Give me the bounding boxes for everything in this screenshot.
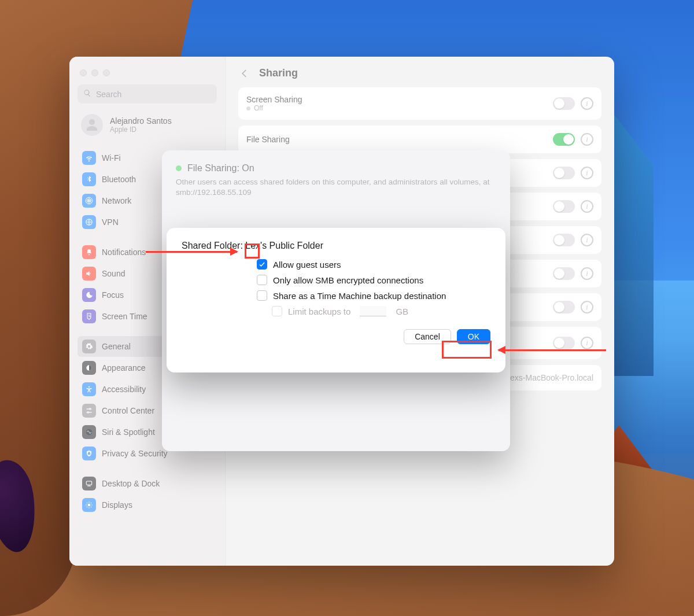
info-icon[interactable]: i xyxy=(581,267,593,280)
arrow-to-ok xyxy=(499,349,606,351)
arrow-to-checkbox xyxy=(146,251,237,253)
row-status: Off xyxy=(254,104,263,112)
sidebar-item-label: Siri & Spotlight xyxy=(102,427,155,437)
page-title: Sharing xyxy=(259,67,298,79)
zoom-dot[interactable] xyxy=(103,69,110,76)
info-icon[interactable]: i xyxy=(581,167,593,179)
sidebar-icon xyxy=(82,340,96,353)
shared-folder-dialog: Shared Folder: Lex's Public Folder Allow… xyxy=(167,228,505,372)
sidebar-icon xyxy=(82,215,96,229)
hostname-value: Lexs-MacBook-Pro.local xyxy=(505,373,593,382)
sidebar-item-label: Wi-Fi xyxy=(102,153,121,163)
svg-point-2 xyxy=(88,386,90,388)
cancel-button[interactable]: Cancel xyxy=(404,329,451,344)
option-allow-guests[interactable]: Allow guest users xyxy=(257,259,490,270)
sidebar-item-displays[interactable]: Displays xyxy=(77,495,217,515)
info-icon[interactable]: i xyxy=(581,200,593,213)
sidebar-item-label: Bluetooth xyxy=(102,175,136,184)
sidebar-icon xyxy=(82,425,96,439)
settings-row[interactable]: Screen SharingOffi xyxy=(238,87,601,120)
sidebar-item-label: Control Center xyxy=(102,406,154,415)
sidebar-icon xyxy=(82,288,96,302)
toggle[interactable] xyxy=(553,267,575,280)
info-icon[interactable]: i xyxy=(581,97,593,110)
sidebar-icon xyxy=(82,245,96,259)
sidebar-item-label: Appearance xyxy=(102,363,146,372)
svg-rect-4 xyxy=(86,481,91,485)
option-label: Only allow SMB encrypted connections xyxy=(273,275,423,285)
account-sub: Apple ID xyxy=(110,126,172,134)
sidebar-item-label: Notifications xyxy=(102,248,146,257)
option-label: Share as a Time Machine backup destinati… xyxy=(273,291,446,301)
option-smb-encrypted[interactable]: Only allow SMB encrypted connections xyxy=(257,275,490,285)
sidebar-icon xyxy=(82,361,96,375)
info-icon[interactable]: i xyxy=(581,301,593,313)
sidebar-item-label: Displays xyxy=(102,500,132,510)
option-time-machine[interactable]: Share as a Time Machine backup destinati… xyxy=(257,290,490,301)
sidebar-item-label: Desktop & Dock xyxy=(102,479,160,488)
sidebar-icon xyxy=(82,151,96,165)
sidebar-item-label: Screen Time xyxy=(102,312,147,321)
avatar xyxy=(81,114,103,136)
info-icon[interactable]: i xyxy=(581,133,593,146)
option-label-pre: Limit backups to xyxy=(288,307,350,316)
row-title: Screen Sharing xyxy=(246,95,553,104)
close-dot[interactable] xyxy=(80,69,87,76)
search-icon xyxy=(83,89,91,99)
sidebar-icon xyxy=(82,267,96,281)
sidebar-item-desktop-dock[interactable]: Desktop & Dock xyxy=(77,473,217,494)
checkbox-allow-guests[interactable] xyxy=(257,259,267,270)
sidebar-item-label: Network xyxy=(102,196,131,205)
sidebar-icon xyxy=(82,404,96,418)
file-sharing-title: File Sharing: On xyxy=(187,163,254,174)
toggle[interactable] xyxy=(553,167,575,179)
search-input[interactable]: Search xyxy=(77,84,217,104)
file-sharing-desc: Other users can access shared folders on… xyxy=(176,177,496,198)
sidebar-icon xyxy=(82,447,96,460)
info-icon[interactable]: i xyxy=(581,337,593,349)
sidebar-item-label: General xyxy=(102,342,131,351)
sidebar-icon xyxy=(82,172,96,186)
sidebar-item-label: Sound xyxy=(102,269,125,278)
sidebar-item-label: Privacy & Security xyxy=(102,449,168,458)
settings-row[interactable]: File Sharingi xyxy=(238,126,601,153)
search-placeholder: Search xyxy=(96,90,121,99)
sidebar-item-label: Focus xyxy=(102,290,124,300)
toggle[interactable] xyxy=(553,234,575,246)
status-dot-icon xyxy=(176,165,182,171)
sidebar-icon xyxy=(82,309,96,323)
option-limit-backups: Limit backups to GB xyxy=(257,306,490,316)
info-icon[interactable]: i xyxy=(581,234,593,246)
sidebar-item-label: Accessibility xyxy=(102,385,146,394)
sidebar-icon xyxy=(82,477,96,490)
svg-rect-5 xyxy=(87,486,91,486)
back-button[interactable] xyxy=(239,68,250,79)
toggle[interactable] xyxy=(553,97,575,110)
checkbox-limit xyxy=(272,306,282,316)
toggle[interactable] xyxy=(553,133,575,146)
toggle[interactable] xyxy=(553,200,575,213)
sidebar-icon xyxy=(82,194,96,208)
toggle[interactable] xyxy=(553,301,575,313)
checkbox-tm[interactable] xyxy=(257,290,267,301)
account-name: Alejandro Santos xyxy=(110,116,172,126)
ok-button[interactable]: OK xyxy=(457,329,490,344)
row-title: File Sharing xyxy=(246,135,553,144)
checkbox-smb[interactable] xyxy=(257,275,267,285)
sidebar-item-label: VPN xyxy=(102,217,119,227)
limit-input xyxy=(360,306,386,316)
check-icon xyxy=(259,261,265,268)
option-label-suf: GB xyxy=(396,307,408,316)
account-row[interactable]: Alejandro Santos Apple ID xyxy=(81,114,213,136)
sidebar-icon xyxy=(82,382,96,396)
sidebar-icon xyxy=(82,498,96,512)
dialog-title: Shared Folder: Lex's Public Folder xyxy=(182,241,490,251)
toggle[interactable] xyxy=(553,337,575,349)
window-controls xyxy=(80,69,217,76)
minimize-dot[interactable] xyxy=(91,69,98,76)
option-label: Allow guest users xyxy=(273,260,341,270)
svg-point-6 xyxy=(88,504,91,507)
